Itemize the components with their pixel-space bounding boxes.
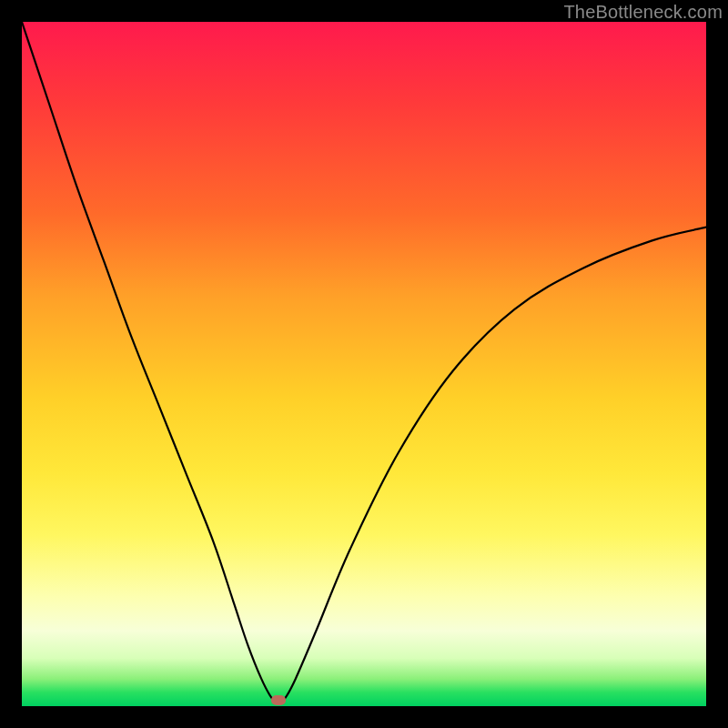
watermark-text: TheBottleneck.com — [563, 2, 723, 23]
plot-area — [22, 22, 706, 706]
bottleneck-curve — [22, 22, 706, 706]
optimal-point-marker — [271, 695, 286, 705]
chart-frame: TheBottleneck.com — [0, 0, 728, 728]
